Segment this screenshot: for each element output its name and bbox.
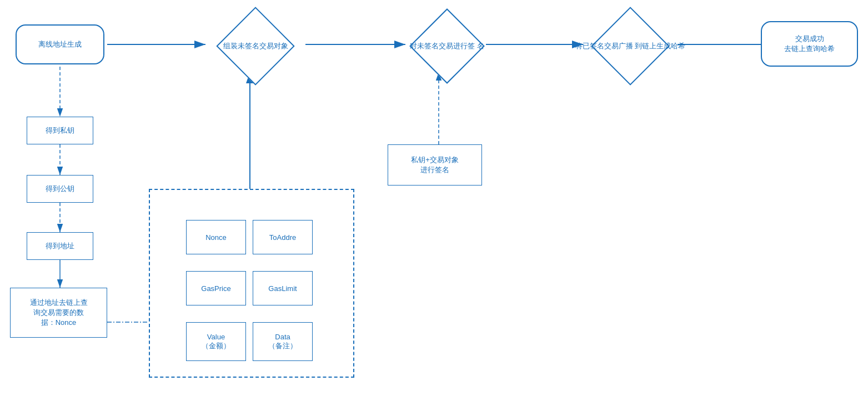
sign-tx-diamond	[409, 8, 485, 84]
sign-action-box: 私钥+交易对象 进行签名	[388, 144, 482, 186]
sign-tx-diamond-wrapper: 对未签名交易进行签 名	[389, 16, 505, 77]
nonce-field: Nonce	[186, 220, 246, 254]
offline-addr-node: 离线地址生成	[16, 24, 104, 64]
data-field: Data （备注）	[253, 322, 313, 361]
fields-dashed-box	[149, 189, 354, 378]
assemble-tx-diamond-wrapper: 组装未签名交易对象	[189, 16, 322, 77]
gas-price-field: GasPrice	[186, 271, 246, 305]
broadcast-tx-diamond-wrapper: 将已签名交易广播 到链上生成哈希	[566, 16, 694, 77]
get-privkey-node: 得到私钥	[27, 117, 93, 144]
get-address-node: 得到地址	[27, 232, 93, 260]
get-pubkey-node: 得到公钥	[27, 175, 93, 203]
diagram-container: 离线地址生成 得到私钥 得到公钥 得到地址 通过地址去链上查 询交易需要的数 据…	[0, 0, 868, 411]
gas-limit-field: GasLimit	[253, 271, 313, 305]
query-nonce-node: 通过地址去链上查 询交易需要的数 据：Nonce	[10, 288, 107, 338]
to-addr-field: ToAddre	[253, 220, 313, 254]
broadcast-tx-diamond	[591, 7, 669, 85]
value-field: Value （金额）	[186, 322, 246, 361]
assemble-tx-diamond	[216, 7, 294, 85]
success-node: 交易成功 去链上查询哈希	[761, 21, 858, 67]
